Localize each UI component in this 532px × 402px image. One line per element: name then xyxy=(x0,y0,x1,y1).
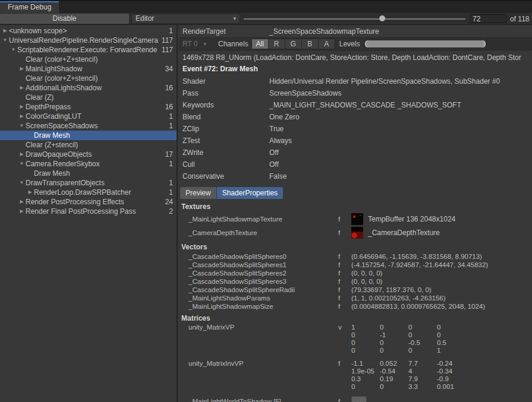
property-row: PassScreenSpaceShadows xyxy=(179,87,532,99)
vector-row: _CascadeShadowSplitSpheres0f(0.6456946, … xyxy=(179,252,532,261)
property-label: Cull xyxy=(182,159,269,170)
vector-type: f xyxy=(338,302,351,311)
tree-item-label: Clear (Z+stencil) xyxy=(26,140,173,150)
foldout-open-icon[interactable]: ▼ xyxy=(18,121,26,131)
tree-item[interactable]: ▶ColorGradingLUT1 xyxy=(0,112,177,121)
frame-slider[interactable] xyxy=(244,13,465,24)
tab-preview[interactable]: Preview xyxy=(180,187,216,199)
channel-all-button[interactable]: All xyxy=(252,39,269,49)
tree-item-count: 2 xyxy=(169,207,177,216)
matrix-cell: 0 xyxy=(380,347,408,354)
frame-slider-track[interactable] xyxy=(244,18,465,20)
vector-name: _MainLightShadowParams xyxy=(188,294,338,302)
tree-item[interactable]: ▶Render PostProcessing Effects24 xyxy=(0,197,177,207)
foldout-closed-icon[interactable]: ▶ xyxy=(1,26,9,36)
tree-item[interactable]: ▶DrawOpaqueObjects17 xyxy=(0,150,177,159)
tree-item-label: Clear (color+Z+stencil) xyxy=(26,74,173,83)
matrix-cell: 0 xyxy=(437,331,473,339)
tree-item[interactable]: ▶<unknown scope>1 xyxy=(0,26,177,36)
vector-row: _CascadeShadowSplitSpheres2f(0, 0, 0, 0) xyxy=(179,269,532,277)
matrix-cell: 0 xyxy=(380,383,408,391)
channel-b-button[interactable]: B xyxy=(302,39,319,49)
tree-item-count: 17 xyxy=(165,150,177,159)
tree-item[interactable]: Clear (Z) xyxy=(0,93,177,102)
tree-item[interactable]: ▶DepthPrepass16 xyxy=(0,102,177,112)
tree-item-label: Render Final PostProcessing Pass xyxy=(26,207,169,216)
texture-name: _MainLightShadowmapTexture xyxy=(188,216,338,223)
matrix-cell: 0 xyxy=(351,383,380,391)
property-label: Blend xyxy=(182,111,269,123)
frame-number-input[interactable] xyxy=(470,14,506,23)
frame-debug-tab-label: Frame Debug xyxy=(8,3,51,11)
levels-minmax-slider[interactable] xyxy=(364,40,486,48)
matrix-cell: 3.3 xyxy=(408,383,437,391)
shadowmap-texture-thumbnail[interactable] xyxy=(351,213,363,225)
texture-row: _CameraDepthTexture f _CameraDepthTextur… xyxy=(179,226,532,239)
foldout-open-icon[interactable]: ▼ xyxy=(10,45,17,55)
tree-item-label: Draw Mesh xyxy=(34,169,173,178)
tree-item[interactable]: ▶MainLightShadow34 xyxy=(0,64,177,74)
property-label: Shader xyxy=(182,75,269,87)
matrix-cell: 0 xyxy=(408,347,437,354)
foldout-closed-icon[interactable]: ▶ xyxy=(18,64,26,74)
depth-texture-thumbnail[interactable] xyxy=(351,227,363,239)
tree-item-label: UniversalRenderPipeline.RenderSingleCame… xyxy=(9,36,162,45)
matrix-type: v xyxy=(338,324,351,331)
vector-row: _MainLightShadowParamsf(1, 1, 0.00210526… xyxy=(179,294,532,302)
tab-shader-properties[interactable]: ShaderProperties xyxy=(217,187,283,199)
foldout-closed-icon[interactable]: ▶ xyxy=(18,112,26,121)
tree-item[interactable]: ▼UniversalRenderPipeline.RenderSingleCam… xyxy=(0,36,177,45)
tree-item[interactable]: ▶Render Final PostProcessing Pass2 xyxy=(0,207,177,216)
vector-value: (79.33697, 1187.376, 0, 0) xyxy=(351,286,532,294)
frame-slider-handle[interactable] xyxy=(379,15,385,21)
disable-button[interactable]: Disable xyxy=(0,14,129,24)
foldout-closed-icon[interactable]: ▶ xyxy=(18,150,26,159)
tree-item[interactable]: Clear (Z+stencil) xyxy=(0,140,177,150)
tree-item[interactable]: Clear (color+Z+stencil) xyxy=(0,74,177,83)
texture-row: _MainLightShadowmapTexture f TempBuffer … xyxy=(179,212,532,226)
foldout-closed-icon[interactable]: ▶ xyxy=(18,83,26,93)
property-value: Off xyxy=(269,147,532,159)
rt-index-dropdown[interactable]: RT 0 ▾ xyxy=(179,40,213,48)
channel-a-button[interactable]: A xyxy=(319,39,335,49)
tree-item[interactable]: ▶AdditionalLightsShadow16 xyxy=(0,83,177,93)
foldout-closed-icon[interactable]: ▶ xyxy=(18,102,26,112)
texture-name: _CameraDepthTexture xyxy=(188,229,338,236)
foldout-closed-icon[interactable]: ▶ xyxy=(18,207,26,216)
matrix-cell: 0.5 xyxy=(437,339,473,347)
matrix-cell: 0.001 xyxy=(437,383,473,391)
tree-item-label: Draw Mesh xyxy=(34,131,173,140)
foldout-closed-icon[interactable]: ▶ xyxy=(26,188,34,197)
tree-item-label: ScreenSpaceShadows xyxy=(26,121,169,131)
vector-name: _CascadeShadowSplitSpheres1 xyxy=(188,261,338,269)
matrix-cell: 0 xyxy=(351,347,380,354)
matrix-cell: 0 xyxy=(408,331,437,339)
expand-array-button[interactable]: ... xyxy=(351,396,367,402)
property-label: Conservative xyxy=(182,170,269,182)
foldout-open-icon[interactable]: ▼ xyxy=(18,159,26,169)
detail-tabs: Preview ShaderProperties xyxy=(180,187,532,199)
tree-item[interactable]: Clear (color+Z+stencil) xyxy=(0,55,177,64)
channel-g-button[interactable]: G xyxy=(285,39,302,49)
vector-value: (0.0004882813, 0.0009765625, 2048, 1024) xyxy=(351,302,532,311)
vector-row: _MainLightShadowmapSizef(0.0004882813, 0… xyxy=(179,302,532,311)
tree-item-selected[interactable]: Draw Mesh xyxy=(0,131,177,140)
channel-r-button[interactable]: R xyxy=(269,39,285,49)
matrix-values: 1000 0-100 00-0.50.5 0001 xyxy=(351,324,532,354)
render-target-format: 1469x728 R8_UNorm (LoadAction: DontCare,… xyxy=(179,50,532,62)
tree-item-label: RenderLoop.DrawSRPBatcher xyxy=(34,188,169,197)
foldout-open-icon[interactable]: ▼ xyxy=(18,178,26,188)
frame-debug-tab[interactable]: Frame Debug xyxy=(0,1,59,13)
tree-item[interactable]: Draw Mesh xyxy=(0,169,177,178)
foldout-open-icon[interactable]: ▼ xyxy=(1,36,9,45)
property-label: ZWrite xyxy=(182,147,269,159)
target-dropdown[interactable]: Editor ▾ xyxy=(131,14,240,24)
tree-item[interactable]: ▶RenderLoop.DrawSRPBatcher1 xyxy=(0,188,177,197)
foldout-closed-icon[interactable]: ▶ xyxy=(18,197,26,207)
tree-item[interactable]: ▼Camera.RenderSkybox1 xyxy=(0,159,177,169)
event-tree-panel: ▶<unknown scope>1 ▼UniversalRenderPipeli… xyxy=(0,25,178,402)
property-value: _MAIN_LIGHT_SHADOWS_CASCADE _SHADOWS_SOF… xyxy=(269,99,532,111)
tree-item[interactable]: ▼DrawTransparentObjects1 xyxy=(0,178,177,188)
tree-item[interactable]: ▼ScreenSpaceShadows1 xyxy=(0,121,177,131)
tree-item[interactable]: ▼ScriptableRenderer.Execute: ForwardRend… xyxy=(0,45,177,55)
